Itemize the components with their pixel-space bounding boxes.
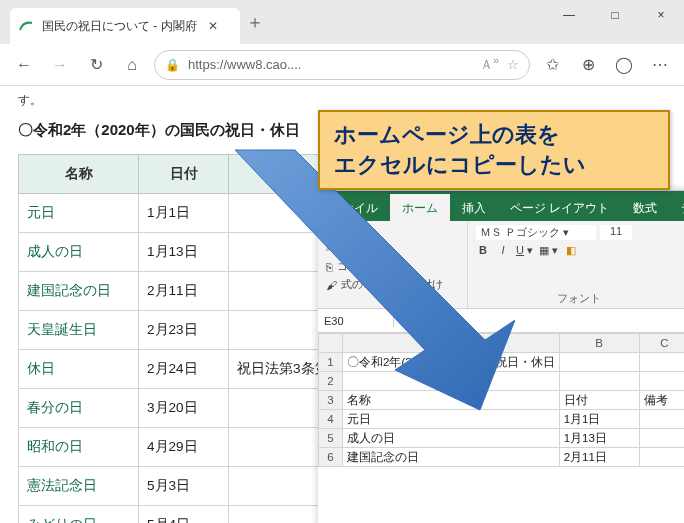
tab-layout[interactable]: ページ レイアウト xyxy=(498,194,621,221)
ribbon-tabs: ファイル ホーム 挿入 ページ レイアウト 数式 データ xyxy=(318,191,684,221)
cell-date: 3月20日 xyxy=(139,389,229,428)
fx-cancel-icon[interactable]: ✕ xyxy=(400,314,410,328)
cell-name: 昭和の日 xyxy=(19,428,139,467)
sheet-row[interactable]: 6建国記念の日2月11日 xyxy=(319,448,685,467)
cell[interactable]: 1月13日 xyxy=(559,429,639,448)
row-header[interactable]: 1 xyxy=(319,353,343,372)
cut-button[interactable]: ✂切り取り xyxy=(326,241,459,256)
cell[interactable]: 1月1日 xyxy=(559,410,639,429)
col-header-b[interactable]: B xyxy=(559,334,639,353)
cell[interactable]: 元日 xyxy=(343,410,560,429)
profile-button[interactable]: ◯ xyxy=(610,51,638,79)
menu-button[interactable]: ⋯ xyxy=(646,51,674,79)
brush-icon: 🖌 xyxy=(326,279,337,291)
row-header[interactable]: 2 xyxy=(319,372,343,391)
tab-data[interactable]: データ xyxy=(669,194,684,221)
col-name: 名称 xyxy=(19,155,139,194)
select-all-corner[interactable] xyxy=(319,334,343,353)
tab-insert[interactable]: 挿入 xyxy=(450,194,498,221)
cell-name: みどりの日 xyxy=(19,506,139,524)
copy-button[interactable]: ⎘コピー ▾ xyxy=(326,259,459,274)
font-size-select[interactable]: 11 xyxy=(600,225,632,240)
sheet-row[interactable]: 2 xyxy=(319,372,685,391)
copy-icon: ⎘ xyxy=(326,261,333,273)
sheet-row[interactable]: 4元日1月1日 xyxy=(319,410,685,429)
tab-formula[interactable]: 数式 xyxy=(621,194,669,221)
cell[interactable]: 日付 xyxy=(559,391,639,410)
cell-date: 2月11日 xyxy=(139,272,229,311)
new-tab-button[interactable]: ＋ xyxy=(240,10,270,34)
font-group-label: フォント xyxy=(476,291,681,306)
cell[interactable] xyxy=(343,372,560,391)
cell-date: 4月29日 xyxy=(139,428,229,467)
format-painter-button[interactable]: 🖌式のコピー/貼り付け xyxy=(326,277,459,292)
cell[interactable] xyxy=(559,372,639,391)
tab-home[interactable]: ホーム xyxy=(390,194,450,221)
row-header[interactable]: 3 xyxy=(319,391,343,410)
cell-name: 春分の日 xyxy=(19,389,139,428)
cell[interactable] xyxy=(639,429,684,448)
cell[interactable] xyxy=(639,410,684,429)
cell[interactable]: 2月11日 xyxy=(559,448,639,467)
tab-title: 国民の祝日について - 内閣府 xyxy=(42,18,197,35)
cell[interactable] xyxy=(639,353,684,372)
window-close-button[interactable]: × xyxy=(638,0,684,30)
cell[interactable]: 建国記念の日 xyxy=(343,448,560,467)
name-box[interactable]: E30 xyxy=(318,315,394,327)
cell[interactable]: 備考 xyxy=(639,391,684,410)
window-minimize-button[interactable]: ― xyxy=(546,0,592,30)
back-button[interactable]: ← xyxy=(10,51,38,79)
browser-toolbar: ← → ↻ ⌂ 🔒 https://www8.cao.... Ａ» ☆ ✩ ⊕ … xyxy=(0,44,684,86)
cell-name: 元日 xyxy=(19,194,139,233)
cell-name: 建国記念の日 xyxy=(19,272,139,311)
fx-confirm-icon[interactable]: ✓ xyxy=(416,314,426,328)
home-button[interactable]: ⌂ xyxy=(118,51,146,79)
forward-button[interactable]: → xyxy=(46,51,74,79)
callout-line1: ホームページ上の表を xyxy=(334,120,654,150)
favorites-button[interactable]: ✩ xyxy=(538,51,566,79)
sheet-row[interactable]: 5成人の日1月13日 xyxy=(319,429,685,448)
fx-icon[interactable]: fx xyxy=(432,314,441,328)
bold-button[interactable]: B xyxy=(476,244,490,257)
reader-icon[interactable]: Ａ» xyxy=(480,54,499,74)
paste-icon: 📋 xyxy=(326,225,340,238)
address-bar[interactable]: 🔒 https://www8.cao.... Ａ» ☆ xyxy=(154,50,530,80)
ribbon: 📋 ✂切り取り ⎘コピー ▾ 🖌式のコピー/貼り付け cb ＭＳ Ｐゴシック ▾… xyxy=(318,221,684,309)
row-header[interactable]: 5 xyxy=(319,429,343,448)
col-header-c[interactable]: C xyxy=(639,334,684,353)
cell[interactable] xyxy=(559,353,639,372)
cell[interactable]: 名称 xyxy=(343,391,560,410)
cell[interactable]: 成人の日 xyxy=(343,429,560,448)
font-name-select[interactable]: ＭＳ Ｐゴシック ▾ xyxy=(476,225,596,240)
tab-file[interactable]: ファイル xyxy=(318,194,390,221)
border-button[interactable]: ▦ ▾ xyxy=(539,244,558,257)
browser-tab[interactable]: 国民の祝日について - 内閣府 ✕ xyxy=(10,8,240,44)
cell[interactable]: 〇令和2年(2020年)の国民の祝日・休日 xyxy=(343,353,560,372)
page-trailing-text: す。 xyxy=(18,92,666,109)
col-header-a[interactable]: A xyxy=(343,334,560,353)
excel-window: ファイル ホーム 挿入 ページ レイアウト 数式 データ 📋 ✂切り取り ⎘コピ… xyxy=(318,190,684,523)
fill-color-button[interactable]: ◧ xyxy=(564,244,578,257)
callout-box: ホームページ上の表を エクセルにコピーしたい xyxy=(318,110,670,190)
cell-date: 2月24日 xyxy=(139,350,229,389)
italic-button[interactable]: I xyxy=(496,244,510,257)
col-date: 日付 xyxy=(139,155,229,194)
cell[interactable] xyxy=(639,448,684,467)
collections-button[interactable]: ⊕ xyxy=(574,51,602,79)
worksheet[interactable]: A B C 1〇令和2年(2020年)の国民の祝日・休日23名称日付備考4元日1… xyxy=(318,333,684,467)
tab-close-icon[interactable]: ✕ xyxy=(205,19,221,33)
sheet-row[interactable]: 3名称日付備考 xyxy=(319,391,685,410)
formula-bar: E30 ✕ ✓ fx xyxy=(318,309,684,333)
refresh-button[interactable]: ↻ xyxy=(82,51,110,79)
site-favicon-icon xyxy=(18,18,34,34)
sheet-row[interactable]: 1〇令和2年(2020年)の国民の祝日・休日 xyxy=(319,353,685,372)
lock-icon: 🔒 xyxy=(165,58,180,72)
window-maximize-button[interactable]: □ xyxy=(592,0,638,30)
row-header[interactable]: 6 xyxy=(319,448,343,467)
paste-button[interactable]: 📋 xyxy=(326,225,459,238)
favorite-icon[interactable]: ☆ xyxy=(507,57,519,72)
row-header[interactable]: 4 xyxy=(319,410,343,429)
cell[interactable] xyxy=(639,372,684,391)
cell-name: 成人の日 xyxy=(19,233,139,272)
underline-button[interactable]: U ▾ xyxy=(516,244,533,257)
